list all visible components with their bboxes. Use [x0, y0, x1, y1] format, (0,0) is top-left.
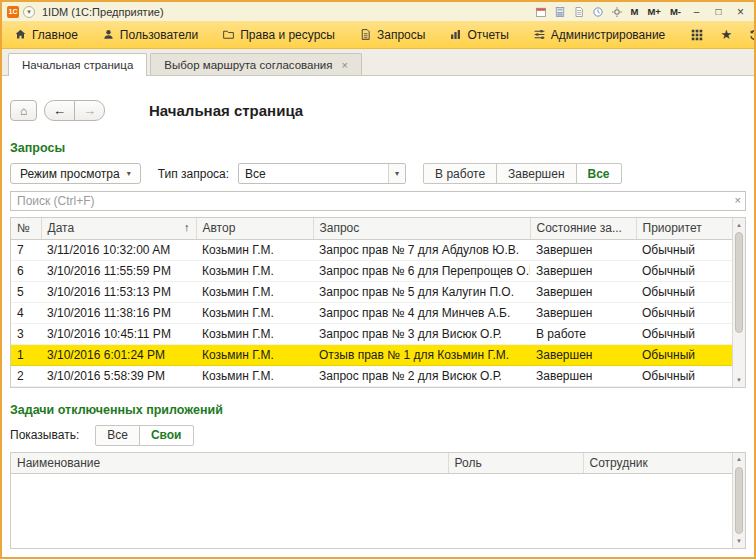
scroll-down-icon[interactable]: ▼ [733, 374, 745, 387]
history-nav: ← → [44, 100, 105, 121]
scroll-down-icon[interactable]: ▼ [733, 535, 745, 548]
menu-item-reports[interactable]: Отчеты [449, 28, 508, 42]
menu-item-rights-resources[interactable]: Права и ресурсы [222, 28, 335, 42]
tab-home-page[interactable]: Начальная страница [8, 53, 147, 76]
cell-state: Завершен [530, 365, 636, 386]
memory-m-minus-button[interactable]: M- [668, 6, 683, 17]
close-icon[interactable]: × [341, 59, 347, 71]
calculator-icon[interactable] [553, 5, 567, 19]
bar-chart-icon [449, 28, 462, 41]
col-header-role[interactable]: Роль [448, 453, 583, 474]
cell-request: Запрос прав № 5 для Калугин П.О. [313, 281, 530, 302]
requests-table: № ↑Дата Автор Запрос Состояние за... При… [10, 217, 746, 388]
scroll-track[interactable] [733, 466, 745, 535]
cell-num: 4 [11, 302, 41, 323]
file-icon[interactable] [572, 5, 586, 19]
table-header-row: № ↑Дата Автор Запрос Состояние за... При… [11, 218, 732, 239]
navigation-row: ⌂ ← → Начальная страница [10, 100, 746, 121]
tab-label: Начальная страница [22, 59, 133, 71]
cell-state: Завершен [530, 281, 636, 302]
col-header-request[interactable]: Запрос [313, 218, 530, 239]
cell-date: 3/10/2016 6:01:24 PM [41, 344, 196, 365]
close-button[interactable]: × [732, 4, 749, 19]
show-label: Показывать: [10, 428, 79, 442]
memory-m-button[interactable]: M [629, 6, 641, 17]
maximize-button[interactable]: □ [710, 4, 727, 19]
request-row[interactable]: 6 3/10/2016 11:55:59 PM Козьмин Г.М. Зап… [11, 260, 732, 281]
col-header-author[interactable]: Автор [196, 218, 313, 239]
menu-item-main[interactable]: Главное [14, 28, 78, 42]
view-mode-button[interactable]: Режим просмотра ▾ [10, 163, 141, 184]
cell-date: 3/10/2016 5:58:39 PM [41, 365, 196, 386]
col-header-date[interactable]: ↑Дата [41, 218, 196, 239]
col-header-employee[interactable]: Сотрудник [583, 453, 732, 474]
tasks-scrollbar[interactable]: ▲ ▼ [732, 453, 745, 548]
minimize-button[interactable]: – [688, 4, 705, 19]
page-title: Начальная страница [149, 102, 303, 119]
clear-search-icon[interactable]: × [735, 194, 741, 206]
request-row[interactable]: 3 3/10/2016 10:45:11 PM Козьмин Г.М. Зап… [11, 323, 732, 344]
functions-menu-icon[interactable] [689, 27, 705, 43]
col-header-label: Дата [48, 221, 75, 235]
tab-route-selection[interactable]: Выбор маршрута согласования × [150, 53, 362, 75]
cell-author: Козьмин Г.М. [196, 260, 313, 281]
request-type-value: Все [239, 167, 388, 181]
tab-label: Выбор маршрута согласования [164, 59, 332, 71]
clock-icon[interactable] [591, 5, 605, 19]
col-header-state[interactable]: Состояние за... [530, 218, 636, 239]
chevron-down-icon: ▾ [127, 169, 131, 178]
system-menu-icon[interactable]: ▾ [23, 6, 35, 18]
cell-request: Запрос прав № 2 для Висюк О.Р. [313, 365, 530, 386]
request-row[interactable]: 2 3/10/2016 5:58:39 PM Козьмин Г.М. Запр… [11, 365, 732, 386]
requests-scrollbar[interactable]: ▲ ▼ [732, 218, 745, 387]
menu-item-requests[interactable]: Запросы [359, 28, 425, 42]
scroll-thumb[interactable] [735, 232, 743, 333]
scroll-up-icon[interactable]: ▲ [733, 453, 745, 466]
cell-num: 6 [11, 260, 41, 281]
filter-completed-button[interactable]: Завершен [496, 163, 576, 184]
show-all-button[interactable]: Все [95, 425, 140, 446]
forward-button[interactable]: → [74, 100, 105, 121]
cell-request: Запрос прав № 4 для Минчев А.Б. [313, 302, 530, 323]
search-input[interactable] [10, 191, 746, 211]
calendar-icon[interactable] [534, 5, 548, 19]
cell-request: Отзыв прав № 1 для Козьмин Г.М. [313, 344, 530, 365]
col-header-num[interactable]: № [11, 218, 41, 239]
show-mine-button[interactable]: Свои [139, 425, 194, 446]
cell-priority: Обычный [636, 344, 732, 365]
requests-section-title: Запросы [10, 141, 746, 155]
filter-in-progress-button[interactable]: В работе [423, 163, 497, 184]
menu-item-administration[interactable]: Администрирование [533, 28, 665, 42]
menu-item-label: Главное [32, 28, 78, 42]
cell-state: Завершен [530, 260, 636, 281]
menu-item-label: Отчеты [467, 28, 508, 42]
history-icon[interactable] [747, 27, 756, 43]
request-type-select[interactable]: Все ▾ [238, 163, 406, 184]
filter-all-button[interactable]: Все [576, 163, 622, 184]
cell-author: Козьмин Г.М. [196, 365, 313, 386]
memory-m-plus-button[interactable]: M+ [645, 6, 662, 17]
home-button[interactable]: ⌂ [10, 100, 37, 121]
cell-request: Запрос прав № 3 для Висюк О.Р. [313, 323, 530, 344]
requests-controls: Режим просмотра ▾ Тип запроса: Все ▾ В р… [10, 163, 746, 184]
cell-num: 3 [11, 323, 41, 344]
col-header-priority[interactable]: Приоритет [636, 218, 732, 239]
col-header-name[interactable]: Наименование [11, 453, 448, 474]
menu-item-users[interactable]: Пользователи [102, 28, 198, 42]
scroll-track[interactable] [733, 231, 745, 374]
request-row[interactable]: 5 3/10/2016 11:53:13 PM Козьмин Г.М. Зап… [11, 281, 732, 302]
favorites-star-icon[interactable]: ★ [718, 27, 734, 43]
request-row[interactable]: 4 3/10/2016 11:38:16 PM Козьмин Г.М. Зап… [11, 302, 732, 323]
scroll-up-icon[interactable]: ▲ [733, 218, 745, 231]
main-content: ⌂ ← → Начальная страница Запросы Режим п… [2, 76, 754, 557]
document-icon [359, 28, 372, 41]
status-filter-group: В работе Завершен Все [423, 163, 621, 184]
scroll-thumb[interactable] [735, 467, 743, 534]
request-row[interactable]: 7 3/11/2016 10:32:00 AM Козьмин Г.М. Зап… [11, 239, 732, 260]
request-row[interactable]: 1 3/10/2016 6:01:24 PM Козьмин Г.М. Отзы… [11, 344, 732, 365]
forward-arrow-icon: → [83, 103, 96, 118]
settings-icon[interactable] [610, 5, 624, 19]
chevron-down-icon[interactable]: ▾ [388, 164, 405, 183]
back-button[interactable]: ← [44, 100, 75, 121]
main-menu: Главное Пользователи Права и ресурсы Зап… [2, 21, 754, 49]
